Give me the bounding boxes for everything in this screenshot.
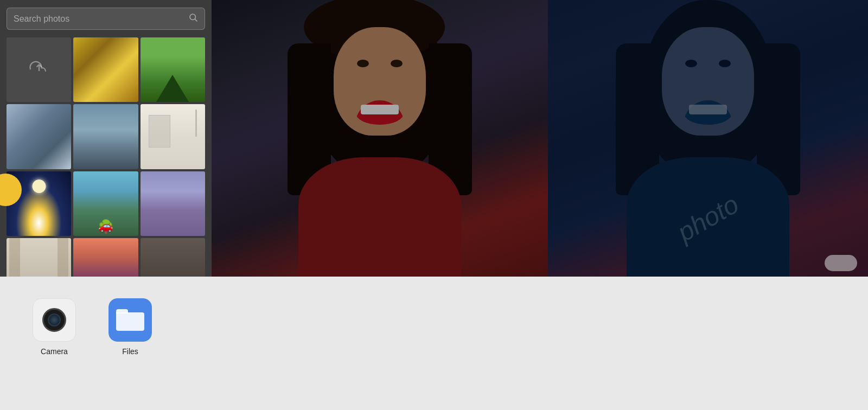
search-icon <box>188 12 198 25</box>
center-woman-figure <box>271 0 488 277</box>
thumbnail-4[interactable] <box>73 104 138 169</box>
files-icon-container <box>108 298 152 342</box>
main-photo[interactable] <box>212 0 548 277</box>
upload-icon <box>29 58 49 82</box>
camera-icon-container <box>33 298 76 342</box>
camera-icon-bg <box>33 298 76 342</box>
svg-point-0 <box>190 14 196 20</box>
search-input[interactable] <box>14 14 188 24</box>
right-woman-figure <box>599 0 816 277</box>
files-icon-bg <box>108 298 152 342</box>
camera-lens-outer <box>42 308 66 332</box>
thumbnail-9[interactable] <box>7 238 71 277</box>
svg-line-1 <box>195 19 197 21</box>
thumbnail-3[interactable] <box>7 104 71 169</box>
thumbnail-10[interactable] <box>73 238 138 277</box>
thumbnail-8[interactable] <box>141 171 205 236</box>
search-bar[interactable] <box>7 8 205 30</box>
camera-lens-inner <box>48 313 61 326</box>
files-desktop-icon[interactable]: Files <box>108 298 152 356</box>
folder-shape <box>116 309 144 331</box>
right-photo[interactable]: photo <box>548 0 868 277</box>
desktop-area: Camera Files <box>0 277 868 410</box>
thumbnail-11[interactable]: 🪑 <box>141 238 205 277</box>
thumbnails-grid: 🌳 🪑 <box>7 37 205 277</box>
thumbnail-2[interactable] <box>141 37 205 102</box>
thumbnail-7[interactable]: 🌳 <box>73 171 138 236</box>
photo-area: 🌳 🪑 <box>0 0 868 277</box>
folder-body <box>116 312 144 331</box>
thumbnail-5[interactable] <box>141 104 205 169</box>
scroll-hint[interactable] <box>825 255 857 271</box>
camera-label: Camera <box>41 347 68 356</box>
thumbnail-1[interactable] <box>73 37 138 102</box>
files-label: Files <box>122 347 138 356</box>
camera-desktop-icon[interactable]: Camera <box>33 298 76 356</box>
photo-sidebar: 🌳 🪑 <box>0 0 212 277</box>
upload-thumbnail[interactable] <box>7 37 71 102</box>
